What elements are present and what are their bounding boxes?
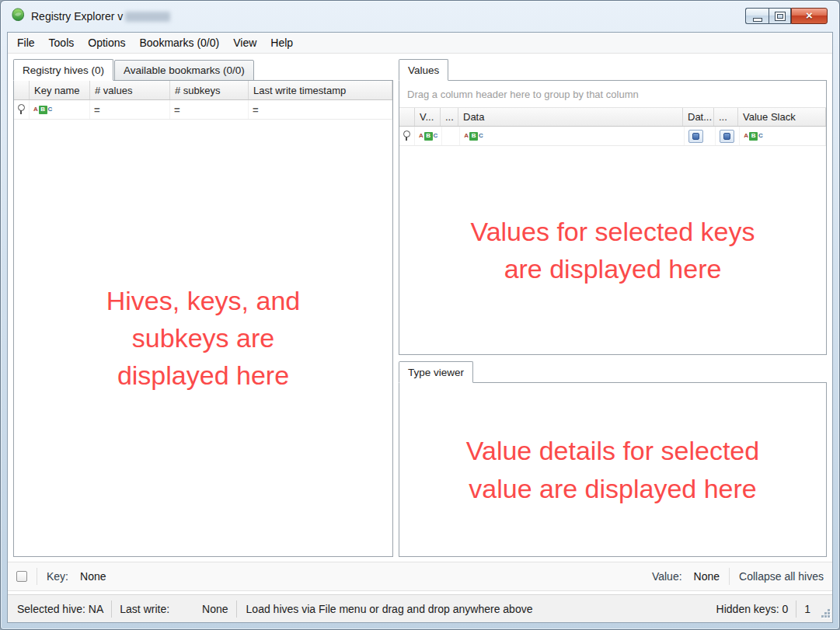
- blue-editor-icon: [692, 133, 699, 140]
- abc-letter-a: A: [464, 133, 469, 139]
- minimize-icon: [754, 19, 762, 21]
- window-close-button[interactable]: ×: [791, 8, 828, 24]
- menu-file[interactable]: File: [10, 33, 42, 53]
- status-hidden-keys: Hidden keys: 0: [709, 603, 796, 615]
- values-grid-panel: Drag a column header here to group by th…: [399, 80, 827, 355]
- menu-view[interactable]: View: [226, 33, 263, 53]
- column-header-slack-raw[interactable]: ...: [714, 108, 738, 126]
- column-header-value-name[interactable]: V...: [415, 108, 441, 126]
- indicator-column-header: [399, 108, 415, 126]
- abc-letter-c: C: [434, 133, 438, 139]
- abc-filter-icon[interactable]: A B C: [419, 132, 437, 141]
- abc-letter-a: A: [33, 106, 38, 113]
- values-placeholder-text: Values for selected keys are displayed h…: [399, 146, 826, 354]
- main-area: Registry hives (0) Available bookmarks (…: [8, 54, 832, 562]
- hives-filter-row: A B C = = =: [14, 100, 392, 120]
- filter-indicator-cell: [14, 100, 30, 119]
- hives-placeholder-text: Hives, keys, and subkeys are displayed h…: [14, 120, 392, 556]
- filter-cell-key-name[interactable]: A B C: [30, 100, 90, 119]
- column-header-last-write[interactable]: Last write timestamp: [249, 81, 392, 99]
- date-editor-button[interactable]: [720, 130, 734, 143]
- filter-cell-data-raw[interactable]: [685, 127, 716, 145]
- hives-grid-header: Key name # values # subkeys Last write t…: [14, 81, 392, 100]
- status-counter: 1: [796, 603, 818, 615]
- title-bar[interactable]: Registry Explorer v ×: [1, 1, 839, 32]
- values-filter-row: A B C A B C: [399, 127, 826, 146]
- tab-values[interactable]: Values: [399, 59, 448, 81]
- filter-pin-icon: [18, 104, 25, 111]
- filter-cell-last-write[interactable]: =: [249, 100, 392, 119]
- column-header-num-values[interactable]: # values: [90, 81, 170, 99]
- status-last-write-label: Last write:: [112, 603, 177, 615]
- type-viewer-section: Type viewer Value details for selected v…: [399, 361, 827, 557]
- abc-letter-a: A: [744, 133, 748, 139]
- filter-pin-icon: [403, 131, 410, 137]
- tab-type-viewer[interactable]: Type viewer: [399, 361, 473, 383]
- column-header-key-name[interactable]: Key name: [30, 81, 90, 99]
- abc-letter-c: C: [758, 133, 763, 139]
- values-tabs: Values: [399, 59, 827, 81]
- abc-letter-b: B: [39, 106, 47, 114]
- filter-cell-value-slack[interactable]: A B C: [740, 127, 826, 145]
- key-label: Key:: [47, 570, 68, 583]
- status-last-write-value: None: [177, 603, 235, 615]
- tab-available-bookmarks[interactable]: Available bookmarks (0/0): [114, 60, 254, 81]
- abc-filter-icon[interactable]: A B C: [33, 106, 52, 114]
- app-icon: [11, 8, 25, 25]
- date-editor-button[interactable]: [688, 130, 703, 143]
- filter-indicator-cell: [399, 127, 415, 145]
- column-header-num-subkeys[interactable]: # subkeys: [170, 81, 249, 99]
- redacted-version-text: [125, 12, 170, 22]
- filter-cell-num-values[interactable]: =: [90, 100, 170, 119]
- indicator-column-header: [14, 81, 30, 99]
- status-load-hint: Load hives via File menu or drag and dro…: [237, 603, 541, 615]
- status-bar: Selected hive: NA Last write: None Load …: [8, 594, 832, 622]
- hives-pane: Registry hives (0) Available bookmarks (…: [13, 59, 393, 557]
- menu-options[interactable]: Options: [81, 33, 132, 53]
- window-controls: ×: [745, 8, 828, 24]
- abc-letter-b: B: [424, 132, 433, 141]
- key-value: None: [80, 570, 106, 583]
- window-maximize-button[interactable]: [769, 8, 791, 24]
- menu-bookmarks[interactable]: Bookmarks (0/0): [133, 33, 227, 53]
- key-value-bar: Key: None Value: None Collapse all hives: [8, 562, 832, 591]
- column-header-value-type[interactable]: ...: [441, 108, 458, 126]
- abc-letter-a: A: [419, 133, 423, 139]
- values-section: Values Drag a column header here to grou…: [399, 59, 827, 355]
- column-header-data[interactable]: Data: [458, 108, 683, 126]
- collapse-all-hives-button[interactable]: Collapse all hives: [739, 570, 824, 583]
- abc-filter-icon[interactable]: A B C: [464, 132, 483, 141]
- filter-cell-num-subkeys[interactable]: =: [170, 100, 249, 119]
- type-viewer-tabs: Type viewer: [399, 361, 827, 383]
- abc-filter-icon[interactable]: A B C: [744, 132, 762, 141]
- blue-editor-icon: [723, 133, 730, 140]
- values-grid-header: V... ... Data Dat... ... Value Slack: [399, 107, 826, 127]
- type-viewer-panel: Value details for selected value are dis…: [399, 382, 827, 557]
- equals-filter-icon[interactable]: =: [94, 104, 100, 116]
- equals-filter-icon[interactable]: =: [253, 104, 259, 116]
- abc-letter-c: C: [479, 133, 483, 139]
- window-minimize-button[interactable]: [745, 8, 769, 24]
- key-bar-checkbox[interactable]: [16, 571, 27, 582]
- filter-cell-value-name[interactable]: A B C: [415, 127, 442, 145]
- menu-tools[interactable]: Tools: [42, 33, 82, 53]
- group-by-hint: Drag a column header here to group by th…: [399, 81, 826, 107]
- value-value: None: [694, 570, 720, 583]
- divider: [729, 568, 730, 585]
- filter-cell-value-type[interactable]: [442, 127, 460, 145]
- left-tabs: Registry hives (0) Available bookmarks (…: [13, 59, 393, 81]
- menu-help[interactable]: Help: [263, 33, 300, 53]
- filter-cell-slack-raw[interactable]: [716, 127, 740, 145]
- equals-filter-icon[interactable]: =: [174, 104, 180, 116]
- column-header-value-slack[interactable]: Value Slack: [738, 108, 826, 126]
- window-title: Registry Explorer v: [31, 10, 123, 23]
- abc-letter-b: B: [469, 132, 478, 141]
- close-icon: ×: [806, 9, 813, 21]
- hives-grid-panel: Key name # values # subkeys Last write t…: [13, 80, 393, 557]
- column-header-data-raw[interactable]: Dat...: [683, 108, 714, 126]
- window-body: File Tools Options Bookmarks (0/0) View …: [7, 32, 833, 623]
- resize-grip[interactable]: [821, 608, 831, 621]
- abc-letter-b: B: [749, 132, 758, 141]
- filter-cell-data[interactable]: A B C: [460, 127, 685, 145]
- tab-registry-hives[interactable]: Registry hives (0): [13, 59, 113, 81]
